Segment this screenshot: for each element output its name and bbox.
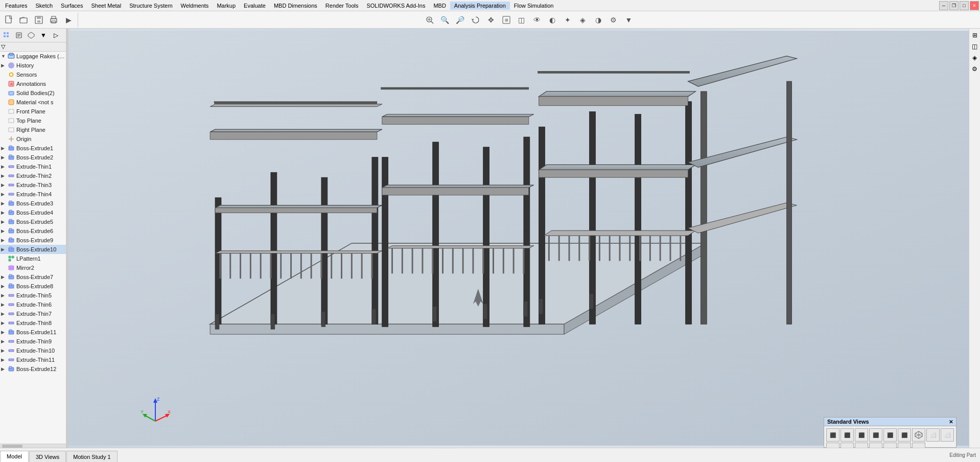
tree-item-boss-extrude1[interactable]: ▶ Boss-Extrude1 <box>0 144 66 153</box>
feature-tree-button[interactable] <box>1 30 12 41</box>
tree-item-extrude-thin11[interactable]: ▶ Extrude-Thin11 <box>0 355 66 364</box>
et5-expand[interactable]: ▶ <box>1 293 7 298</box>
tree-item-extrude-thin10[interactable]: ▶ Extrude-Thin10 <box>0 346 66 355</box>
property-manager-button[interactable] <box>13 30 25 41</box>
sv-iso-button[interactable] <box>912 428 925 442</box>
tree-item-right-plane[interactable]: Right Plane <box>0 125 66 134</box>
tree-item-sensors[interactable]: Sensors <box>0 70 66 79</box>
be2-expand[interactable]: ▶ <box>1 155 7 160</box>
menu-render-tools[interactable]: Render Tools <box>321 2 363 10</box>
sv-left-button[interactable]: ⬛ <box>855 428 868 442</box>
tree-item-extrude-thin4[interactable]: ▶ Extrude-Thin4 <box>0 190 66 199</box>
tab-model[interactable]: Model <box>0 451 29 462</box>
tree-item-mirror2[interactable]: Mirror2 <box>0 263 66 272</box>
et2-expand[interactable]: ▶ <box>1 173 7 178</box>
sv-back-button[interactable]: ⬛ <box>841 428 854 442</box>
sv-dimetric-button[interactable]: ⬜ <box>926 428 940 442</box>
tree-item-boss-extrude5[interactable]: ▶ Boss-Extrude5 <box>0 217 66 226</box>
zoom-out-button[interactable]: 🔎 <box>453 13 468 27</box>
forward-button[interactable]: ▷ <box>50 30 61 41</box>
be11-expand[interactable]: ▶ <box>1 330 7 335</box>
tree-item-top-plane[interactable]: Top Plane <box>0 116 66 125</box>
sv-4-button[interactable]: ⊞ <box>898 443 911 448</box>
config-manager-button[interactable] <box>26 30 37 41</box>
rt-btn4[interactable]: ⚙ <box>969 63 981 75</box>
zoom-to-fit-button[interactable] <box>423 13 437 27</box>
tree-item-boss-extrude9[interactable]: ▶ Boss-Extrude9 <box>0 236 66 245</box>
et1-expand[interactable]: ▶ <box>1 164 7 169</box>
tree-item-extrude-thin7[interactable]: ▶ Extrude-Thin7 <box>0 309 66 318</box>
be1-expand[interactable]: ▶ <box>1 146 7 151</box>
tab-motion-study-1[interactable]: Motion Study 1 <box>66 451 117 462</box>
tree-item-boss-extrude3[interactable]: ▶ Boss-Extrude3 <box>0 199 66 208</box>
be9-expand[interactable]: ▶ <box>1 238 7 243</box>
tree-item-extrude-thin8[interactable]: ▶ Extrude-Thin8 <box>0 318 66 328</box>
tab-3d-views[interactable]: 3D Views <box>29 451 66 462</box>
save-button[interactable] <box>32 13 46 27</box>
tree-item-extrude-thin5[interactable]: ▶ Extrude-Thin5 <box>0 291 66 300</box>
shadows-button[interactable]: ◑ <box>591 13 605 27</box>
tree-item-extrude-thin3[interactable]: ▶ Extrude-Thin3 <box>0 180 66 190</box>
menu-features[interactable]: Features <box>1 2 31 10</box>
menu-analysis-preparation[interactable]: Analysis Preparation <box>450 2 510 10</box>
tree-root-item[interactable]: ▼ Luggage Rakes (Def... <box>0 52 66 61</box>
tree-item-extrude-thin9[interactable]: ▶ Extrude-Thin9 <box>0 337 66 346</box>
print-button[interactable] <box>46 13 61 27</box>
sv-bottom-button[interactable]: ⬛ <box>898 428 911 442</box>
more2-button[interactable]: ▼ <box>622 13 636 27</box>
menu-sketch[interactable]: Sketch <box>31 2 57 10</box>
et4-expand[interactable]: ▶ <box>1 192 7 197</box>
sv-normal-button[interactable]: ⊕ <box>826 443 839 448</box>
rotate-button[interactable] <box>469 13 483 27</box>
menu-sheet-metal[interactable]: Sheet Metal <box>87 2 125 10</box>
menu-mbd-dimensions[interactable]: MBD Dimensions <box>270 2 321 10</box>
root-expand-icon[interactable]: ▼ <box>1 54 7 59</box>
close-button[interactable]: ✕ <box>970 1 979 10</box>
tree-item-front-plane[interactable]: Front Plane <box>0 107 66 116</box>
menu-weldments[interactable]: Weldments <box>177 2 213 10</box>
maximize-button[interactable]: □ <box>960 1 969 10</box>
history-expand[interactable]: ▶ <box>1 63 7 68</box>
restore-button[interactable]: ❐ <box>949 1 959 10</box>
viewport[interactable]: Z X Y Standard Views ✕ ⬛ ⬛ ⬛ ⬛ <box>68 29 969 448</box>
pan-button[interactable]: ✥ <box>484 13 498 27</box>
tree-item-material[interactable]: Material <not s <box>0 98 66 107</box>
et10-expand[interactable]: ▶ <box>1 348 7 353</box>
be5-expand[interactable]: ▶ <box>1 219 7 224</box>
be10-expand[interactable]: ▶ <box>1 247 7 252</box>
tree-item-boss-extrude6[interactable]: ▶ Boss-Extrude6 <box>0 226 66 236</box>
sv-trimetric-button[interactable]: ⬜ <box>941 428 954 442</box>
new-button[interactable] <box>2 13 16 27</box>
display-style-button[interactable]: ◫ <box>515 13 529 27</box>
sv-single-button[interactable]: □ <box>855 443 868 448</box>
standard-views-close-button[interactable]: ✕ <box>949 419 953 425</box>
tree-item-lpattern1[interactable]: LPattern1 <box>0 254 66 263</box>
menu-markup[interactable]: Markup <box>213 2 240 10</box>
be12-expand[interactable]: ▶ <box>1 366 7 372</box>
tree-item-extrude-thin1[interactable]: ▶ Extrude-Thin1 <box>0 162 66 171</box>
menu-structure-system[interactable]: Structure System <box>125 2 176 10</box>
scene-button[interactable]: ✦ <box>561 13 575 27</box>
more-button[interactable]: ▶ <box>61 13 76 27</box>
tree-item-extrude-thin2[interactable]: ▶ Extrude-Thin2 <box>0 171 66 180</box>
hide-show-button[interactable]: 👁 <box>530 13 544 27</box>
tree-item-boss-extrude10[interactable]: ▶ Boss-Extrude10 <box>0 245 66 254</box>
menu-surfaces[interactable]: Surfaces <box>57 2 87 10</box>
rt-btn3[interactable]: ◈ <box>969 52 981 63</box>
menu-solidworks-add-ins[interactable]: SOLIDWORKS Add-Ins <box>362 2 429 10</box>
sv-top-button[interactable]: ⬛ <box>883 428 897 442</box>
et7-expand[interactable]: ▶ <box>1 311 7 316</box>
menu-flow-simulation[interactable]: Flow Simulation <box>510 2 558 10</box>
be8-expand[interactable]: ▶ <box>1 284 7 289</box>
minimize-button[interactable]: ─ <box>939 1 948 10</box>
tree-item-boss-extrude8[interactable]: ▶ Boss-Extrude8 <box>0 282 66 291</box>
open-button[interactable] <box>17 13 31 27</box>
sv-linked-button[interactable]: ⊞ <box>841 443 854 448</box>
sv-pen-button[interactable]: ✏ <box>912 443 925 448</box>
be6-expand[interactable]: ▶ <box>1 228 7 234</box>
menu-mbd[interactable]: MBD <box>429 2 450 10</box>
et6-expand[interactable]: ▶ <box>1 302 7 307</box>
tree-item-boss-extrude4[interactable]: ▶ Boss-Extrude4 <box>0 208 66 217</box>
sv-2v-button[interactable]: ▦ <box>883 443 897 448</box>
menu-evaluate[interactable]: Evaluate <box>240 2 270 10</box>
